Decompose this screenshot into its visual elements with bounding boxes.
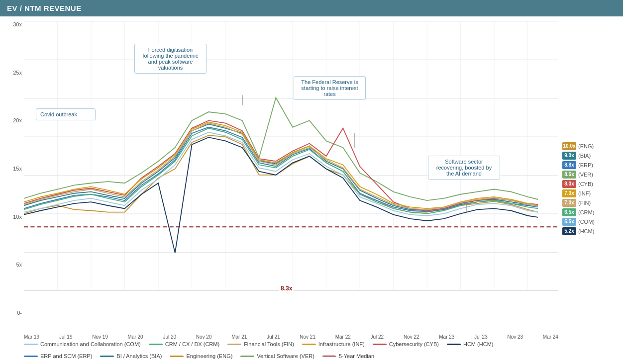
cyb-line-icon bbox=[373, 344, 387, 345]
legend-ver: Vertical Software (VER) bbox=[240, 353, 314, 359]
header: EV / NTM REVENUE bbox=[0, 0, 623, 16]
x-label-nov23: Nov 23 bbox=[507, 334, 523, 340]
com-color-box: 5.5x bbox=[562, 218, 576, 226]
y-label-10: 10x bbox=[13, 214, 22, 220]
ver-code: (VER) bbox=[578, 172, 593, 178]
legend-item-crm: 6.5x (CRM) bbox=[562, 208, 619, 216]
ver-line-icon bbox=[240, 356, 254, 357]
x-label-jul23: Jul 23 bbox=[474, 334, 488, 340]
y-label-20: 20x bbox=[13, 117, 22, 123]
fin-color-box: 7.0x bbox=[562, 199, 576, 207]
legend-com: Communication and Collaboration (COM) bbox=[24, 341, 141, 347]
chart-svg bbox=[24, 21, 558, 291]
x-label-mar20: Mar 20 bbox=[128, 334, 143, 340]
y-label-5: 5x bbox=[16, 262, 22, 268]
crm-color-box: 6.5x bbox=[562, 208, 576, 216]
bia-color-box: 9.0x bbox=[562, 152, 576, 160]
inf-code: (INF) bbox=[578, 190, 591, 196]
legend-item-fin: 7.0x (FIN) bbox=[562, 199, 619, 207]
median-label: 8.3x bbox=[279, 285, 294, 292]
com-code: (COM) bbox=[578, 219, 595, 225]
bia-code: (BIA) bbox=[578, 153, 591, 159]
inf-color-box: 7.0x bbox=[562, 189, 576, 197]
ver-color-box: 8.6x bbox=[562, 171, 576, 179]
y-label-15: 15x bbox=[13, 166, 22, 172]
fin-line-icon bbox=[227, 344, 241, 345]
legend-fin: Financial Tools (FIN) bbox=[227, 341, 294, 347]
x-label-mar21: Mar 21 bbox=[231, 334, 247, 340]
x-label-jul19: Jul 19 bbox=[59, 334, 73, 340]
x-label-jul20: Jul 20 bbox=[163, 334, 176, 340]
legend-item-erp: 8.8x (ERP) bbox=[562, 161, 619, 169]
x-label-mar22: Mar 22 bbox=[335, 334, 351, 340]
cyb-color-box: 8.0x bbox=[562, 180, 576, 188]
y-label-25: 25x bbox=[13, 70, 22, 76]
y-label-30: 30x bbox=[13, 21, 22, 27]
erp-code: (ERP) bbox=[578, 162, 593, 168]
hcm-color-box: 5.2x bbox=[562, 227, 576, 235]
legend-item-bia: 9.0x (BIA) bbox=[562, 152, 619, 160]
inf-line-icon bbox=[302, 344, 316, 345]
legend-panel: 10.0x (ENG) 9.0x (BIA) 8.8x (ERP) 8.6x (… bbox=[558, 16, 623, 361]
legend-item-hcm: 5.2x (HCM) bbox=[562, 227, 619, 235]
x-label-jul21: Jul 21 bbox=[267, 334, 280, 340]
chart-area: 30x 25x 20x 15x 10x 5x 0- bbox=[0, 16, 558, 361]
x-label-mar19: Mar 19 bbox=[24, 334, 39, 340]
legend-inf: Infrastructure (INF) bbox=[302, 341, 365, 347]
legend-crm: CRM / CX / DX (CRM) bbox=[149, 341, 219, 347]
legend-cyb: Cybersecurity (CYB) bbox=[373, 341, 439, 347]
x-label-nov22: Nov 22 bbox=[404, 334, 419, 340]
legend-item-cyb: 8.0x (CYB) bbox=[562, 180, 619, 188]
legend-item-ver: 8.6x (VER) bbox=[562, 171, 619, 179]
bottom-legend: Communication and Collaboration (COM) CR… bbox=[24, 340, 558, 361]
hcm-line-icon bbox=[447, 344, 461, 345]
hcm-code: (HCM) bbox=[578, 228, 594, 234]
erp-line-icon bbox=[24, 356, 38, 357]
x-label-nov19: Nov 19 bbox=[92, 334, 108, 340]
legend-bia: BI / Analytics (BIA) bbox=[100, 353, 162, 359]
x-axis: Mar 19 Jul 19 Nov 19 Mar 20 Jul 20 Nov 2… bbox=[24, 334, 558, 340]
legend-item-com: 5.5x (COM) bbox=[562, 218, 619, 226]
x-label-nov20: Nov 20 bbox=[196, 334, 212, 340]
page-title: EV / NTM REVENUE bbox=[7, 4, 82, 12]
legend-eng: Engineering (ENG) bbox=[170, 353, 232, 359]
y-label-0: 0- bbox=[17, 310, 22, 316]
legend-item-eng: 10.0x (ENG) bbox=[562, 142, 619, 150]
fin-code: (FIN) bbox=[578, 200, 591, 206]
x-label-mar24: Mar 24 bbox=[543, 334, 558, 340]
eng-code: (ENG) bbox=[578, 143, 594, 149]
crm-line-icon bbox=[149, 344, 163, 345]
legend-hcm: HCM (HCM) bbox=[447, 341, 493, 347]
eng-color-box: 10.0x bbox=[562, 142, 576, 150]
erp-color-box: 8.8x bbox=[562, 161, 576, 169]
legend-median: 5-Year Median bbox=[322, 353, 374, 359]
crm-code: (CRM) bbox=[578, 209, 594, 215]
cyb-code: (CYB) bbox=[578, 181, 593, 187]
legend-erp: ERP and SCM (ERP) bbox=[24, 353, 92, 359]
chart-container: 30x 25x 20x 15x 10x 5x 0- bbox=[0, 16, 623, 361]
com-line-icon bbox=[24, 344, 38, 345]
x-label-mar23: Mar 23 bbox=[439, 334, 454, 340]
bia-line-icon bbox=[100, 356, 114, 357]
legend-item-inf: 7.0x (INF) bbox=[562, 189, 619, 197]
y-axis: 30x 25x 20x 15x 10x 5x 0- bbox=[0, 21, 24, 316]
x-label-jul22: Jul 22 bbox=[371, 334, 384, 340]
median-line-icon bbox=[322, 356, 336, 357]
eng-line-icon bbox=[170, 356, 184, 357]
x-label-nov21: Nov 21 bbox=[300, 334, 315, 340]
